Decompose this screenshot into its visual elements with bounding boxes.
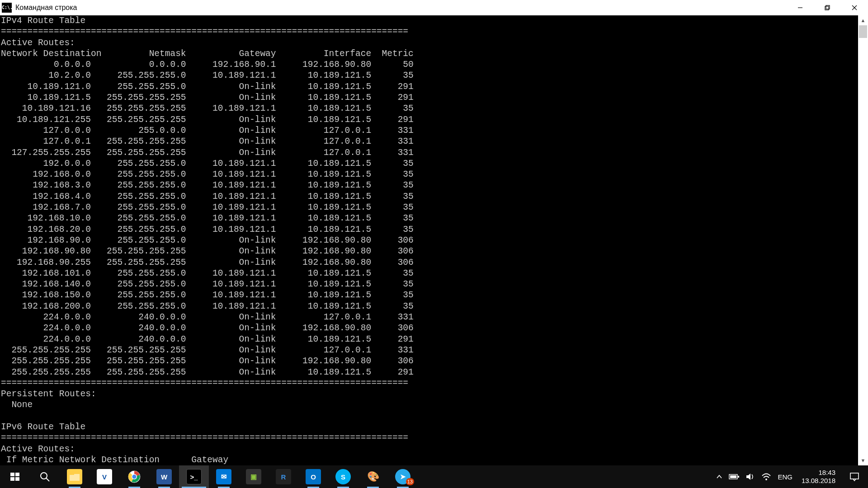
- vmware-icon: ▣: [246, 469, 261, 484]
- svg-rect-8: [15, 477, 19, 481]
- search-button[interactable]: [30, 465, 60, 488]
- svg-rect-1: [825, 6, 829, 10]
- vertical-scrollbar[interactable]: ▲ ▼: [858, 15, 868, 465]
- maximize-icon: [825, 5, 830, 10]
- svg-point-21: [765, 479, 767, 480]
- chrome-icon: [127, 470, 141, 483]
- mail-button[interactable]: ✉: [209, 465, 239, 488]
- vmware-button[interactable]: ▣: [239, 465, 269, 488]
- system-tray[interactable]: ENG: [712, 465, 796, 488]
- revit-icon: R: [276, 469, 291, 484]
- titlebar[interactable]: C:\. Командная строка: [0, 0, 868, 15]
- clock[interactable]: 18:43 13.08.2018: [796, 465, 841, 488]
- revit-button[interactable]: R: [269, 465, 298, 488]
- cmd-icon: C:\.: [2, 3, 12, 13]
- cmd-taskbar-button[interactable]: >_: [179, 465, 209, 488]
- search-icon: [39, 471, 51, 483]
- svg-rect-18: [738, 476, 739, 478]
- minimize-button[interactable]: [787, 0, 814, 15]
- skype-button[interactable]: S: [328, 465, 358, 488]
- vnc-icon: V: [97, 469, 112, 484]
- scroll-down-arrow-icon[interactable]: ▼: [858, 455, 868, 465]
- svg-rect-19: [730, 475, 736, 478]
- svg-marker-20: [746, 474, 750, 480]
- file-explorer-button[interactable]: [60, 465, 90, 488]
- action-center-button[interactable]: [841, 465, 868, 488]
- windows-logo-icon: [9, 471, 20, 482]
- file-explorer-icon: [67, 469, 82, 484]
- wifi-icon[interactable]: [761, 473, 771, 481]
- telegram-badge: 13: [406, 478, 414, 485]
- close-icon: [852, 5, 857, 10]
- svg-point-16: [132, 475, 137, 479]
- cmd-taskbar-icon: >_: [186, 469, 202, 484]
- paint-button[interactable]: 🎨: [358, 465, 388, 488]
- svg-rect-2: [826, 5, 830, 9]
- clock-time: 18:43: [818, 469, 835, 477]
- start-button[interactable]: [0, 465, 30, 488]
- chrome-button[interactable]: [119, 465, 149, 488]
- svg-rect-11: [70, 474, 80, 481]
- window-title: Командная строка: [15, 4, 77, 12]
- minimize-icon: [797, 5, 803, 10]
- outlook-icon: O: [306, 469, 321, 484]
- paint-icon: 🎨: [365, 469, 381, 484]
- svg-rect-7: [10, 477, 14, 481]
- svg-line-10: [46, 478, 49, 481]
- tray-overflow-icon[interactable]: [716, 474, 722, 480]
- maximize-button[interactable]: [814, 0, 841, 15]
- svg-rect-6: [15, 473, 19, 476]
- battery-icon[interactable]: [729, 474, 740, 480]
- word-button[interactable]: W: [149, 465, 179, 488]
- terminal-output[interactable]: IPv4 Route Table =======================…: [0, 15, 858, 465]
- taskbar[interactable]: V W >_ ✉ ▣ R O S: [0, 465, 868, 488]
- svg-rect-5: [10, 473, 14, 476]
- skype-icon: S: [335, 469, 351, 484]
- scroll-up-arrow-icon[interactable]: ▲: [858, 15, 868, 25]
- svg-point-9: [41, 473, 47, 479]
- scrollbar-track[interactable]: [858, 25, 868, 455]
- notification-icon: [849, 472, 859, 482]
- vnc-button[interactable]: V: [90, 465, 119, 488]
- volume-icon[interactable]: [746, 473, 755, 481]
- svg-rect-22: [850, 473, 859, 479]
- telegram-button[interactable]: ➤ 13: [388, 465, 418, 488]
- scrollbar-thumb[interactable]: [859, 25, 867, 38]
- clock-date: 13.08.2018: [802, 477, 835, 485]
- word-icon: W: [156, 469, 172, 484]
- outlook-button[interactable]: O: [298, 465, 328, 488]
- close-button[interactable]: [841, 0, 868, 15]
- mail-icon: ✉: [216, 469, 231, 484]
- svg-rect-12: [70, 473, 74, 475]
- language-indicator[interactable]: ENG: [778, 473, 793, 481]
